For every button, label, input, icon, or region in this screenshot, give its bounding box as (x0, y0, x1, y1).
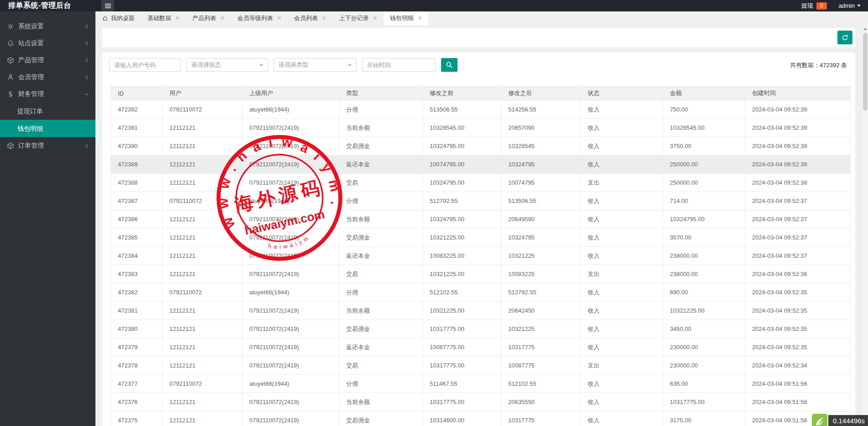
table-row: 4723870792110072atuyet66(1944)分佣512792.5… (111, 192, 851, 210)
tab-desktop[interactable]: 我的桌面 (95, 11, 141, 25)
table-cell: 2024-03-04 09:51:56 (745, 375, 851, 393)
column-header: 金额 (663, 86, 745, 101)
table-cell: 20657090 (501, 119, 581, 137)
table-cell: 12112121 (163, 155, 242, 174)
table-cell: 472383 (111, 265, 163, 283)
table-cell: 2024-03-04 09:52:39 (745, 119, 851, 137)
user-menu[interactable]: admin (839, 2, 861, 9)
hamburger-menu-icon[interactable] (101, 0, 114, 11)
table-cell: 返还本金 (339, 247, 423, 265)
tab-product-list[interactable]: 产品列表× (186, 11, 231, 25)
refresh-button[interactable] (837, 31, 852, 44)
scroll-up-arrow[interactable] (863, 27, 867, 30)
table-cell: 当前余额 (339, 393, 423, 411)
table-cell: 支出 (581, 265, 663, 283)
sidebar-item-system-settings[interactable]: 系统设置 (0, 18, 95, 35)
table-row: 4723920792110072atuyet66(1944)分佣513506.5… (111, 101, 851, 119)
sidebar-item-site-settings[interactable]: 站点设置 (0, 35, 95, 52)
table-cell: 472389 (111, 155, 163, 174)
search-icon (446, 61, 453, 69)
withdraw-count-badge[interactable]: 0 (816, 2, 827, 10)
sidebar-subitem-wallet-detail[interactable]: 钱包明细 (0, 120, 95, 137)
status-select[interactable]: 请选择状态 (186, 58, 268, 72)
table-cell: 10317775 (501, 338, 581, 357)
caret-down-icon (857, 5, 861, 7)
table-cell: 收入 (581, 119, 663, 137)
sidebar-item-member-manage[interactable]: 会员管理 (0, 69, 95, 85)
username: admin (839, 2, 855, 9)
table-cell: 收入 (581, 101, 663, 119)
table-cell: 收入 (581, 393, 663, 411)
table-cell: 10324795 (501, 229, 581, 247)
table-cell: 0792110072(2419) (242, 229, 339, 247)
table-cell: 250000.00 (663, 155, 745, 174)
sidebar-subitem-withdraw-orders[interactable]: 提现订单 (0, 102, 95, 120)
sidebar-item-order-manage[interactable]: 订单管理 (0, 137, 95, 154)
chevron-left-icon (84, 58, 89, 63)
chevron-left-icon (84, 41, 89, 46)
close-icon[interactable]: × (322, 15, 326, 22)
table-cell: 10317775.00 (423, 393, 501, 411)
sidebar-item-label: 系统设置 (18, 22, 44, 31)
sidebar-item-product-manage[interactable]: 产品管理 (0, 52, 95, 69)
table-cell: 收入 (581, 375, 663, 393)
table-row: 472386121121210792110072(2419)当前余额103247… (111, 210, 851, 229)
table-cell: 10328545.00 (663, 119, 745, 137)
chevron-left-icon (84, 143, 89, 149)
runtime-badge: 0.144496s (828, 415, 868, 426)
table-cell: 635.00 (663, 375, 745, 393)
table-cell: 512102.55 (423, 283, 501, 302)
chevron-down-icon (347, 64, 352, 67)
table-row: 472388121121210792110072(2419)交易10324795… (111, 174, 851, 192)
table-cell: 472375 (111, 411, 163, 426)
table-cell: 0792110072 (163, 375, 242, 393)
box-icon (6, 57, 15, 64)
table-cell: 收入 (581, 338, 663, 357)
table-cell: 10074795 (501, 174, 581, 192)
table-cell: 交易佣金 (339, 320, 423, 338)
tab-base-data[interactable]: 基础数据× (141, 11, 186, 25)
page-scrollbar[interactable] (863, 25, 868, 426)
table-cell: 472381 (111, 302, 163, 320)
table-cell: 12112121 (163, 174, 242, 192)
top-bar: 排单系统-管理后台 提现 0 admin (0, 0, 868, 11)
table-cell: 10324795.00 (423, 210, 501, 229)
scrollbar-thumb[interactable] (863, 33, 868, 111)
table-cell: 472378 (111, 357, 163, 375)
close-icon[interactable]: × (175, 15, 179, 22)
tab-wallet-detail[interactable]: 钱包明细× (384, 11, 428, 25)
table-cell: 12112121 (163, 357, 242, 375)
table-cell: 512792.55 (501, 283, 581, 302)
search-button[interactable] (441, 58, 458, 72)
user-icon (6, 74, 15, 81)
close-icon[interactable]: × (220, 15, 224, 22)
table-cell: 2024-03-04 09:52:37 (745, 247, 851, 265)
table-cell: 512792.55 (423, 192, 501, 210)
close-icon[interactable]: × (418, 15, 422, 22)
table-cell: 0792110072(2419) (242, 155, 339, 174)
table-cell: 支出 (581, 357, 663, 375)
user-number-input[interactable] (109, 58, 181, 72)
table-cell: 10321225 (501, 320, 581, 338)
tab-member-list[interactable]: 会员列表× (288, 11, 332, 25)
tab-member-level-list[interactable]: 会员等级列表× (231, 11, 288, 25)
table-cell: 472385 (111, 229, 163, 247)
table-cell: 512102.55 (501, 375, 581, 393)
start-time-input[interactable] (362, 58, 436, 72)
sidebar: 系统设置站点设置产品管理会员管理$财务管理提现订单钱包明细订单管理 (0, 11, 95, 426)
withdraw-link[interactable]: 提现 (801, 2, 813, 10)
table-cell: 238000.00 (663, 265, 745, 283)
table-cell: 472391 (111, 119, 163, 137)
close-icon[interactable]: × (373, 15, 377, 22)
table-cell: 0792110072(2419) (242, 411, 339, 426)
sidebar-item-finance-manage[interactable]: $财务管理 (0, 85, 95, 102)
table-cell: 分佣 (339, 192, 423, 210)
type-select[interactable]: 请选择类型 (274, 58, 357, 72)
table-cell: 0792110072(2419) (242, 119, 339, 137)
tab-updown-record[interactable]: 上下分记录× (332, 11, 383, 25)
table-cell: 0792110072(2419) (242, 137, 339, 155)
table-cell: 10083225.00 (423, 247, 501, 265)
close-icon[interactable]: × (277, 15, 281, 22)
table-cell: 2024-03-04 09:52:35 (745, 302, 851, 320)
table-cell: 0792110072(2419) (242, 338, 339, 357)
